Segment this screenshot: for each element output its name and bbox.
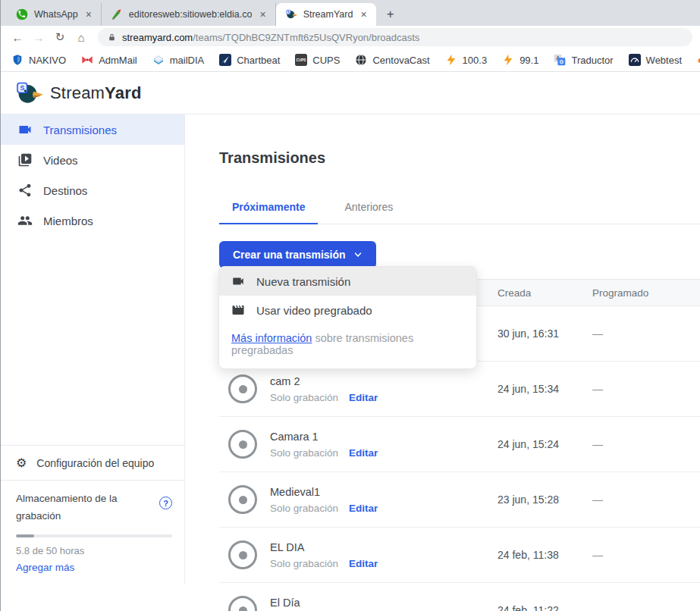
svg-text:CUPS: CUPS xyxy=(297,58,306,62)
browser-tab[interactable]: WhatsApp × xyxy=(7,3,102,26)
bookmark-label: mailDIA xyxy=(170,55,205,66)
tab-close-icon[interactable]: × xyxy=(258,8,267,20)
share-icon xyxy=(17,183,33,198)
bookmark-item[interactable]: 100.3 xyxy=(445,54,488,66)
edit-link[interactable]: Editar xyxy=(349,447,378,459)
bookmarks-bar: NAKIVO AdmMail mailDIA Chartbeat CUPS CU… xyxy=(1,49,700,72)
address-bar[interactable]: streamyard.com/teams/TQDhBC9ZNTmft6z5UsQ… xyxy=(98,28,692,46)
storage-usage-text: 5.8 de 50 horas xyxy=(16,545,172,556)
bookmark-item[interactable]: CloudFlare xyxy=(697,54,700,66)
dropdown-menu-item[interactable]: Usar video pregrabado xyxy=(219,296,476,324)
bolt-icon xyxy=(502,54,514,66)
tab-close-icon[interactable]: × xyxy=(359,8,368,20)
bookmark-item[interactable]: AdmMail xyxy=(81,54,137,66)
url-path: /teams/TQDhBC9ZNTmft6z5UsQVRyon/broadcas… xyxy=(193,32,419,43)
bookmark-label: Chartbeat xyxy=(237,55,280,66)
sidebar-item-miembros[interactable]: Miembros xyxy=(1,205,184,236)
more-info-link[interactable]: Más información xyxy=(231,332,312,344)
svg-text:G: G xyxy=(560,59,563,64)
edit-link[interactable]: Editar xyxy=(349,558,378,569)
broadcast-subtitle: Solo grabación xyxy=(270,558,338,569)
scheduled-cell: — xyxy=(592,549,700,561)
sidebar-footer: ⚙ Configuración del equipo Almacenamient… xyxy=(1,445,184,584)
home-icon[interactable]: ⌂ xyxy=(72,28,90,46)
team-settings-label: Configuración del equipo xyxy=(36,457,154,469)
admmail-icon xyxy=(81,54,93,66)
back-icon[interactable]: ← xyxy=(8,28,27,46)
edit-link[interactable]: Editar xyxy=(349,503,378,514)
bookmark-item[interactable]: CUPS CUPS xyxy=(295,54,340,66)
scheduled-cell: — xyxy=(592,327,700,340)
bookmark-item[interactable]: NAKIVO xyxy=(11,54,66,66)
new-tab-button[interactable]: + xyxy=(381,5,400,24)
broadcast-subtitle: Solo grabación xyxy=(270,447,338,459)
tab-close-icon[interactable]: × xyxy=(84,8,93,20)
bookmark-label: Webtest xyxy=(646,55,682,66)
create-broadcast-button[interactable]: Crear una transmisión xyxy=(219,241,376,268)
broadcast-subtitle: Solo grabación xyxy=(270,392,338,403)
broadcast-row: cam 2 Solo grabaciónEditar 24 jun, 15:34… xyxy=(219,362,700,417)
bookmark-label: 100.3 xyxy=(463,55,488,66)
scheduled-cell: — xyxy=(592,604,700,611)
videocam-icon xyxy=(17,122,33,137)
broadcast-title: cam 2 xyxy=(270,375,378,387)
storage-progress-bar xyxy=(16,534,172,537)
bookmark-label: AdmMail xyxy=(99,55,137,66)
chartbeat-icon xyxy=(219,54,231,66)
created-cell: 24 jun, 15:24 xyxy=(498,438,592,450)
column-header-scheduled: Programado xyxy=(592,287,700,299)
scheduled-cell: — xyxy=(592,383,700,395)
bookmark-item[interactable]: AG Traductor xyxy=(554,54,613,66)
streamyard-logo[interactable]: S StreamYard xyxy=(14,79,142,108)
sidebar-item-label: Transmisiones xyxy=(43,124,117,136)
dropdown-menu-item[interactable]: Nueva transmisión xyxy=(219,267,476,296)
cups-icon: CUPS xyxy=(295,54,307,66)
bookmark-item[interactable]: mailDIA xyxy=(152,54,205,66)
dropdown-info-text: Más información sobre transmisiones preg… xyxy=(219,324,476,365)
browser-tab-strip: WhatsApp × editoresweb:sitioweb:eldia.co… xyxy=(1,0,700,26)
dropdown-item-label: Nueva transmisión xyxy=(256,275,350,288)
created-cell: 24 feb, 11:38 xyxy=(498,549,592,561)
bookmark-item[interactable]: CentovaCast xyxy=(355,54,429,66)
sidebar-item-destinos[interactable]: Destinos xyxy=(1,175,184,205)
forward-icon[interactable]: → xyxy=(30,28,48,46)
storage-progress-fill xyxy=(16,534,34,537)
sidebar-item-videos[interactable]: Videos xyxy=(1,145,184,175)
record-icon xyxy=(228,430,257,459)
add-more-link[interactable]: Agregar más xyxy=(16,562,172,573)
browser-tab[interactable]: S StreamYard × xyxy=(276,3,376,26)
app-header: S StreamYard xyxy=(1,72,700,114)
bookmark-label: CUPS xyxy=(312,55,340,66)
browser-tab[interactable]: editoresweb:sitioweb:eldia.co × xyxy=(102,3,276,26)
bookmark-item[interactable]: Webtest xyxy=(629,54,682,66)
broadcast-row: Medieval1 Solo grabaciónEditar 23 jun, 1… xyxy=(219,472,700,528)
tab-próximamente[interactable]: Próximamente xyxy=(219,193,318,224)
scheduled-cell: — xyxy=(592,438,700,450)
browser-window: WhatsApp × editoresweb:sitioweb:eldia.co… xyxy=(0,0,700,611)
record-icon xyxy=(228,374,257,403)
tab-anteriores[interactable]: Anteriores xyxy=(331,193,406,224)
sidebar-item-label: Miembros xyxy=(43,215,93,227)
sidebar-item-label: Videos xyxy=(43,154,78,167)
bookmark-item[interactable]: Chartbeat xyxy=(219,54,280,66)
created-cell: 24 jun, 15:34 xyxy=(498,383,592,395)
bookmark-label: CentovaCast xyxy=(372,55,429,66)
created-cell: 23 jun, 15:28 xyxy=(498,494,592,506)
videolib-icon xyxy=(17,152,33,168)
edit-link[interactable]: Editar xyxy=(349,392,378,403)
maildia-icon xyxy=(152,54,165,66)
svg-text:S: S xyxy=(20,84,24,92)
bookmark-item[interactable]: 99.1 xyxy=(502,54,538,66)
url-domain: streamyard.com xyxy=(122,32,193,43)
bookmark-label: Traductor xyxy=(571,55,613,66)
reload-icon[interactable]: ↻ xyxy=(51,28,69,46)
broadcast-title: Camara 1 xyxy=(270,431,378,443)
tab-title: StreamYard xyxy=(303,9,353,20)
team-settings-item[interactable]: ⚙ Configuración del equipo xyxy=(1,445,184,480)
bookmark-label: 99.1 xyxy=(520,55,538,66)
bolt-icon xyxy=(445,54,457,66)
logo-text: StreamYard xyxy=(50,83,142,103)
storage-panel: Almacenamiento de la grabación ? 5.8 de … xyxy=(1,480,184,584)
help-icon[interactable]: ? xyxy=(159,497,172,509)
sidebar-item-transmisiones[interactable]: Transmisiones xyxy=(1,114,184,145)
